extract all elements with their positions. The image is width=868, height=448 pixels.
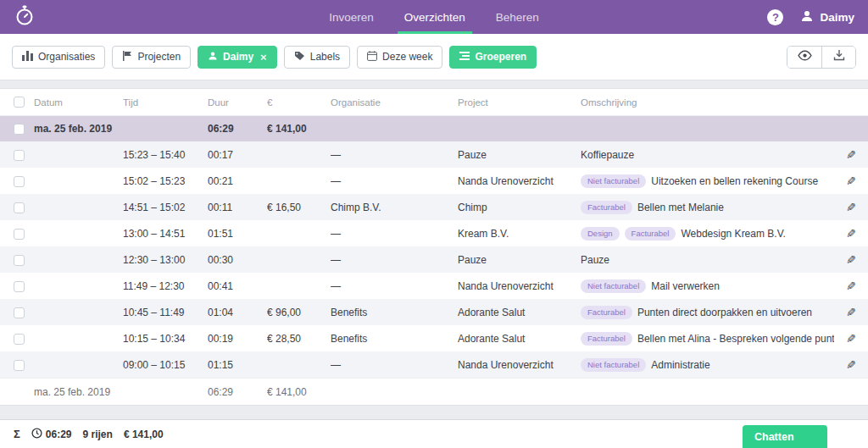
help-button[interactable]: ? [767,9,783,25]
table-header-row: Datum Tijd Duur € Organisatie Project Om… [0,89,868,116]
row-duration: 00:30 [208,254,267,266]
row-organisation: — [331,175,458,187]
row-amount: € 28,50 [267,333,331,345]
row-checkbox[interactable] [14,229,25,240]
calendar-icon [367,51,377,64]
view-controls [787,46,856,69]
clock-icon [31,428,42,441]
group-date: ma. 25 feb. 2019 [34,123,123,135]
row-description: Webdesign Kream B.V. [681,228,785,240]
row-description: Koffiepauze [581,149,634,161]
row-checkbox[interactable] [14,307,25,318]
row-checkbox[interactable] [14,334,25,345]
table-row: 09:00 – 10:1501:15—Nanda UrenoverzichtNi… [0,351,868,378]
table-row: 15:23 – 15:4000:17—PauzeKoffiepauze✎ [0,141,868,168]
download-button[interactable] [821,47,855,68]
edit-icon[interactable]: ✎ [846,279,856,293]
date-range-filter-label: Deze week [382,51,432,63]
date-range-filter-button[interactable]: Deze week [357,46,442,69]
total-duration-value: 06:29 [46,429,72,440]
total-amount: € 141,00 [124,429,164,440]
nav-item-invoeren[interactable]: Invoeren [314,0,389,34]
column-visibility-button[interactable] [787,47,821,68]
edit-icon[interactable]: ✎ [846,253,856,267]
column-header-euro[interactable]: € [267,97,331,108]
row-description: Pauze [581,254,609,266]
edit-icon[interactable]: ✎ [846,332,856,346]
column-header-duur[interactable]: Duur [208,97,267,108]
projecten-filter-button[interactable]: Projecten [112,46,191,69]
row-count: 9 rijen [83,429,113,440]
row-checkbox[interactable] [14,255,25,266]
row-time-range: 11:49 – 12:30 [123,280,208,292]
row-checkbox[interactable] [14,360,25,371]
table-footer-row: ma. 25 feb. 2019 06:29 € 141,00 [0,378,868,405]
row-description: Punten direct doorpakken en uitvoeren [637,307,812,318]
labels-filter-button[interactable]: Labels [284,46,350,69]
row-organisation: Benefits [331,307,458,318]
row-edit-cell: ✎ [834,358,868,372]
row-duration: 01:51 [208,228,267,240]
table-row: 13:00 – 14:5101:51—Kream B.V.DesignFactu… [0,220,868,246]
row-description-cell: Koffiepauze [581,149,834,161]
row-time-range: 15:02 – 15:23 [123,175,208,187]
row-edit-cell: ✎ [834,306,868,319]
nav-item-overzichten[interactable]: Overzichten [389,0,481,34]
user-menu[interactable]: Daimy [800,9,854,25]
table-row: 12:30 – 13:0000:30—PauzePauze✎ [0,246,868,273]
row-checkbox-cell [0,253,34,265]
row-project: Nanda Urenoverzicht [458,175,581,187]
row-edit-cell: ✎ [834,253,868,267]
footer-date: ma. 25 feb. 2019 [34,386,123,398]
row-organisation: Chimp B.V. [331,202,458,213]
row-description-cell: FacturabelBellen met Alina - Bespreken v… [581,332,834,346]
column-header-tijd[interactable]: Tijd [123,97,208,108]
main-nav: Invoeren Overzichten Beheren [314,0,554,34]
time-entries-table: Datum Tijd Duur € Organisatie Project Om… [0,88,868,406]
edit-icon[interactable]: ✎ [846,148,856,162]
row-duration: 00:17 [208,149,267,161]
row-checkbox[interactable] [14,176,25,187]
row-project: Pauze [458,254,581,266]
column-header-project[interactable]: Project [458,97,581,108]
row-amount: € 16,50 [267,202,331,213]
table-row: 10:15 – 10:3400:19€ 28,50BenefitsAdorant… [0,325,868,351]
edit-icon[interactable]: ✎ [846,306,856,319]
row-time-range: 15:23 – 15:40 [123,149,208,161]
organisaties-filter-label: Organisaties [38,51,95,63]
row-checkbox[interactable] [14,202,25,213]
row-time-range: 09:00 – 10:15 [123,359,208,371]
column-header-omschrijving[interactable]: Omschrijving [581,97,834,108]
person-icon [208,51,218,64]
row-organisation: — [331,149,458,161]
row-edit-cell: ✎ [834,148,868,162]
edit-icon[interactable]: ✎ [846,227,856,241]
navbar-right: ? Daimy [767,9,854,25]
label-badge: Niet facturabel [581,279,646,293]
edit-icon[interactable]: ✎ [846,174,856,188]
nav-item-beheren[interactable]: Beheren [481,0,554,34]
row-checkbox[interactable] [14,150,25,161]
brand-logo[interactable] [14,4,36,30]
groeperen-button[interactable]: Groeperen [449,46,537,69]
row-project: Nanda Urenoverzicht [458,280,581,292]
edit-icon[interactable]: ✎ [846,358,856,372]
user-filter-chip[interactable]: Daimy × [198,46,277,69]
organisaties-filter-button[interactable]: Organisaties [12,46,105,69]
row-description: Mail verwerken [651,280,720,292]
column-header-organisatie[interactable]: Organisatie [331,97,458,108]
download-icon [833,49,845,64]
user-filter-label: Daimy [223,51,253,63]
group-checkbox[interactable] [14,124,25,135]
row-organisation: — [331,228,458,240]
row-checkbox[interactable] [14,281,25,292]
edit-icon[interactable]: ✎ [846,201,856,214]
select-all-checkbox[interactable] [14,97,25,108]
row-description-cell: Niet facturabelMail verwerken [581,279,834,293]
column-header-datum[interactable]: Datum [34,97,123,108]
remove-filter-icon[interactable]: × [260,52,267,63]
row-checkbox-cell [0,279,34,291]
chat-button[interactable]: Chatten [743,425,827,448]
row-duration: 00:19 [208,333,267,345]
row-project: Pauze [458,149,581,161]
